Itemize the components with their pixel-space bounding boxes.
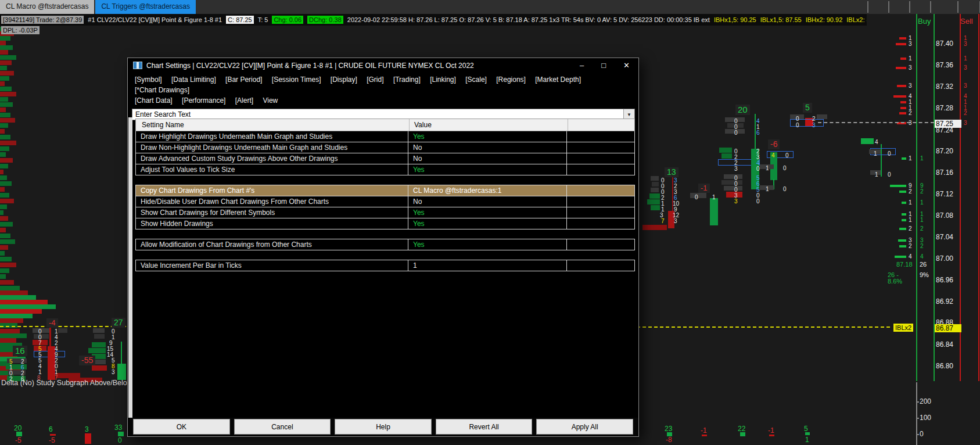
price-label: 87.36 <box>935 61 961 69</box>
chart-bar <box>16 432 22 436</box>
bar-delta-label: 20 <box>735 105 750 115</box>
volume-profile-bar <box>0 216 8 221</box>
price-label: 87.20 <box>935 147 961 155</box>
footprint-number: 23 <box>665 425 672 432</box>
footprint-number: 0 <box>888 172 891 178</box>
menu-data-limiting[interactable]: [Data Limiting] <box>171 74 216 85</box>
chart-bar <box>900 58 906 60</box>
column-header-value: Value <box>409 119 568 131</box>
footprint-number: 3 <box>909 83 912 89</box>
tab-cl-triggers[interactable]: CL Triggers @ftstradercasas <box>95 0 195 14</box>
menu-display[interactable]: [Display] <box>331 74 357 85</box>
volume-profile-bar <box>0 290 28 295</box>
menu-regions[interactable]: [Regions] <box>496 74 526 85</box>
chart-bar <box>900 101 906 103</box>
help-button[interactable]: Help <box>335 419 432 435</box>
maximize-icon[interactable]: □ <box>601 61 606 70</box>
table-row[interactable]: Draw Highlight Drawings Underneath Main … <box>135 131 635 142</box>
dialog-side-gutter <box>128 117 132 435</box>
ok-button[interactable]: OK <box>133 419 230 435</box>
volume-profile-bar <box>0 338 16 343</box>
table-row[interactable]: Hide/Disable User Drawn Chart Drawings F… <box>135 196 635 207</box>
volume-profile-bar <box>0 60 12 65</box>
tab-cl-macro[interactable]: CL Macro @ftstradercasas <box>0 0 94 14</box>
menu-chart-data[interactable]: [Chart Data] <box>135 95 173 106</box>
menu-symbol[interactable]: [Symbol] <box>135 74 162 85</box>
study-subgraph-caption: Delta (No) Study Subgraph Above/Belo <box>1 379 127 387</box>
menu-chart-drawings[interactable]: [*Chart Drawings] <box>135 85 189 95</box>
footprint-number: 3 <box>85 426 89 433</box>
chart-bar <box>896 67 906 69</box>
chart-bar <box>899 112 906 114</box>
chart-bar <box>647 199 660 204</box>
volume-profile-bar <box>0 97 8 102</box>
cancel-button[interactable]: Cancel <box>234 419 331 435</box>
table-row[interactable]: Draw Non-Highlight Drawings Underneath M… <box>135 142 635 153</box>
volume-profile-bar <box>0 71 14 76</box>
volume-profile-bar <box>0 286 20 290</box>
table-spacer-row <box>135 250 635 260</box>
footprint-number: 1 <box>920 200 924 206</box>
volume-profile-bar <box>0 164 8 168</box>
apply-all-button[interactable]: Apply All <box>536 419 633 435</box>
menu-scale[interactable]: [Scale] <box>465 74 487 85</box>
iblx2-badge: IBLx2 <box>893 324 913 332</box>
search-input[interactable]: Enter Search Text <box>132 110 623 119</box>
menu-session-times[interactable]: [Session Times] <box>272 74 321 85</box>
ibhx2-value: IBHx2: 90.92 <box>806 16 843 23</box>
chart-bar <box>917 418 919 419</box>
table-row[interactable]: Value Increment Per Bar in Ticks 1 <box>135 260 635 271</box>
menu-view[interactable]: View <box>263 95 278 106</box>
table-row[interactable]: Adjust Tool Values to Tick Size Yes <box>135 164 635 175</box>
volume-profile-bar <box>0 199 14 203</box>
chart-bar <box>902 202 906 204</box>
menu-alert[interactable]: [Alert] <box>235 95 253 106</box>
chart-bar <box>88 348 106 353</box>
table-row[interactable]: Show Chart Drawings for Different Symbol… <box>135 207 635 218</box>
volume-profile-bar <box>0 257 12 261</box>
minimize-icon[interactable]: – <box>580 61 584 70</box>
menu-bar-period[interactable]: [Bar Period] <box>225 74 262 85</box>
table-row[interactable]: Draw Advanced Custom Study Drawings Abov… <box>135 153 635 164</box>
dialog-title: Chart Settings | CLV22/CLV22 [CV][M] Poi… <box>146 62 474 70</box>
volume-profile-bar <box>0 50 8 55</box>
table-row[interactable]: Allow Modification of Chart Drawings fro… <box>135 239 635 250</box>
footprint-number: 3 <box>112 369 115 375</box>
menu-market-depth[interactable]: [Market Depth] <box>535 74 581 85</box>
footprint-number: 0 <box>756 199 760 204</box>
iblx15-value: IBLx1,5: 87.55 <box>760 16 802 23</box>
chart-bar <box>893 95 906 98</box>
volume-profile-bar <box>0 123 8 128</box>
volume-profile-bar <box>0 107 6 112</box>
dialog-titlebar[interactable]: Chart Settings | CLV22/CLV22 [CV][M] Poi… <box>128 58 638 73</box>
buy-column-header[interactable]: Buy <box>918 17 931 26</box>
footprint-number: 0 <box>783 166 787 171</box>
footprint-number: 26 <box>920 261 927 268</box>
sell-column-header[interactable]: Sell <box>960 17 973 26</box>
volume-profile-bar <box>0 239 15 244</box>
menu-linking[interactable]: [Linking] <box>430 74 456 85</box>
symbol-text: #1 CLV22/CLV22 [CV][M] Point & Figure 1-… <box>88 16 222 23</box>
menu-trading[interactable]: [Trading] <box>393 74 421 85</box>
price-label: 87.28 <box>935 104 961 112</box>
price-label: 86.96 <box>935 276 961 284</box>
volume-profile-bar <box>0 113 10 117</box>
menu-performance[interactable]: [Performance] <box>182 95 225 106</box>
table-spacer-row <box>135 175 635 185</box>
dashed-level-line <box>818 122 934 123</box>
table-row[interactable]: Show Hidden Drawings Yes <box>135 218 635 229</box>
footprint-number: 3 <box>964 65 967 71</box>
footprint-number: 2 <box>909 110 912 116</box>
table-row-selected[interactable]: Copy Chart Drawings From Chart #'s CL Ma… <box>135 185 635 196</box>
volume-profile-bar <box>0 263 16 267</box>
day-change-badge: DChg: 0.38 <box>307 16 343 24</box>
footprint-number: 6 <box>756 130 760 136</box>
close-icon[interactable]: ✕ <box>623 61 630 70</box>
chart-bar <box>92 365 107 371</box>
footprint-number: 3 <box>734 166 738 172</box>
volume-profile-bar <box>0 158 13 163</box>
revert-all-button[interactable]: Revert All <box>436 419 533 435</box>
footprint-number: 2 <box>920 226 924 232</box>
menu-grid[interactable]: [Grid] <box>367 74 383 85</box>
chart-bar <box>719 148 732 153</box>
